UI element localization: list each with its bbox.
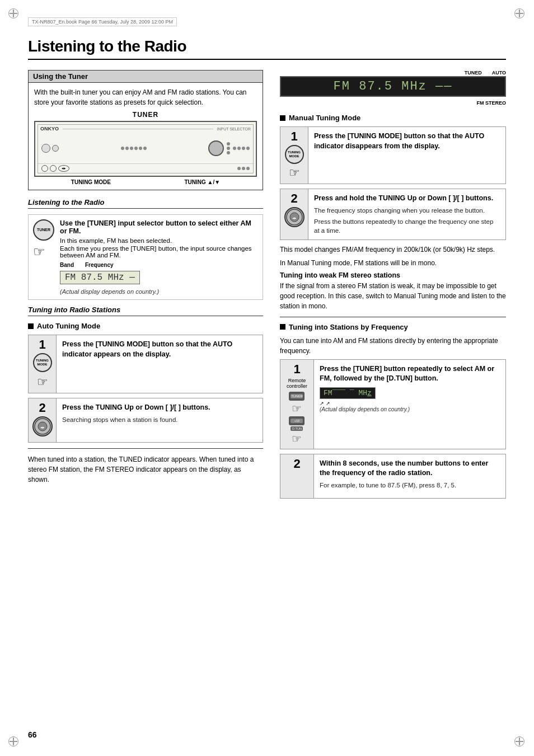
page-title: Listening to the Radio	[28, 37, 506, 60]
freq-step2-title: Within 8 seconds, use the number buttons…	[320, 459, 500, 478]
band-display-note: (Actual display depends on country.)	[60, 288, 258, 295]
using-tuner-title: Using the Tuner	[29, 71, 263, 83]
fm-band-display: FM 87.5 MHz —	[60, 271, 140, 284]
freq-display-arrows: ↗ ↗	[320, 401, 500, 406]
tuner-label: TUNER	[34, 111, 257, 119]
left-column: Using the Tuner With the built-in tuner …	[28, 70, 263, 503]
svg-text:◂▸: ◂▸	[292, 216, 297, 220]
using-tuner-body: With the built-in tuner you can enjoy AM…	[34, 87, 257, 107]
fm-stereo-label: FM STEREO	[476, 100, 506, 106]
auto-step2-body: Searching stops when a station is found.	[62, 415, 257, 424]
freq-label: Frequency	[85, 262, 114, 268]
manual-step2-icon: ◂▸	[284, 207, 305, 227]
step1-icon: TUNINGMODE ☞	[33, 353, 52, 389]
band-freq-labels: Band Frequency	[60, 262, 258, 268]
manual-step2-body1: The frequency stops changing when you re…	[314, 206, 500, 215]
manual-step2: 2 ◂▸ Press and hold	[280, 189, 506, 240]
tuning-mode-label: TUNING MODE	[71, 179, 111, 185]
manual-step2-title: Press and hold the TUNING Up or Down [ ]…	[314, 194, 500, 204]
freq-tuning-intro: You can tune into AM and FM stations dir…	[280, 336, 506, 356]
listening-radio-section: Listening to the Radio TUNER ☞ Use the […	[28, 198, 263, 300]
tuning-arrows-label: TUNING ▲/▼	[185, 179, 221, 185]
manual-step1-icon: TUNINGMODE ☞	[285, 145, 304, 180]
manual-step2-num: 2	[291, 192, 297, 205]
freq-step1-num: 1	[293, 363, 300, 375]
step2-num: 2	[39, 402, 45, 414]
listening-radio-heading: Listening to the Radio	[28, 198, 263, 209]
fm-main-display: FM 87.5 MHz ——	[280, 76, 506, 97]
auto-step1: 1 TUNINGMODE ☞ Press the [TUNING MODE] b…	[28, 335, 263, 393]
auto-step2: 2 ◂▸ Press the TUNIN	[28, 398, 263, 443]
tuning-stations-section: Tuning into Radio Stations Auto Tuning M…	[28, 306, 263, 485]
listening-detail2: Each time you press the [TUNER] button, …	[60, 245, 258, 259]
fm-display-area: TUNED AUTO FM 87.5 MHz —— FM STEREO	[280, 70, 506, 106]
auto-step1-title: Press the [TUNING MODE] button so that t…	[62, 340, 257, 359]
manual-info2: In Manual Tuning mode, FM stations will …	[280, 258, 506, 268]
freq-tuning-heading: Tuning into Stations by Frequency	[280, 323, 506, 331]
auto-label: AUTO	[492, 70, 506, 76]
weak-fm-body: If the signal from a stereo FM station i…	[280, 281, 506, 311]
after-tuned-text: When tuned into a station, the TUNED ind…	[28, 454, 263, 485]
tuning-stations-heading: Tuning into Radio Stations	[28, 306, 263, 316]
step1-num: 1	[39, 339, 45, 351]
step2-icon: ◂▸	[32, 416, 53, 436]
auto-mode-heading: Auto Tuning Mode	[28, 322, 263, 330]
right-column: TUNED AUTO FM 87.5 MHz —— FM STEREO Manu…	[280, 70, 506, 503]
manual-mode-heading: Manual Tuning Mode	[280, 114, 506, 122]
manual-info1: This model changes FM/AM frequency in 20…	[280, 245, 506, 255]
tuned-label: TUNED	[465, 70, 482, 76]
listening-detail1: In this example, FM has been selected.	[60, 237, 258, 244]
freq-step1-note: (Actual display depends on country.)	[320, 406, 500, 412]
finger-press-icon: ☞	[33, 244, 54, 260]
tuner-labels-row: TUNING MODE TUNING ▲/▼	[34, 179, 257, 185]
tuner-diagram: ONKYO INPUT SELECTOR	[34, 121, 257, 177]
freq-fm-display: FM‾‾‾ ‾ MHz	[320, 387, 376, 399]
svg-text:◂▸: ◂▸	[40, 425, 45, 429]
tuner-logo: ONKYO	[40, 126, 59, 132]
manual-step2-body2: Press the buttons repeatedly to change t…	[314, 217, 500, 235]
page-number: 66	[28, 730, 37, 739]
manual-step1-num: 1	[291, 130, 297, 143]
manual-step1: 1 TUNINGMODE ☞ Press the [TUNING MODE] b…	[280, 126, 506, 184]
freq-step1-icon: Remotecontroller TUNER ☞ +10 D.T	[287, 378, 307, 445]
freq-step1-title: Press the [TUNER] button repeatedly to s…	[320, 364, 500, 384]
using-tuner-section: Using the Tuner With the built-in tuner …	[28, 70, 263, 190]
file-info: TX-NR807_En.book Page 66 Tuesday, July 2…	[28, 17, 177, 26]
listening-step-text: Use the [TUNER] input selector button to…	[60, 219, 258, 235]
manual-step1-title: Press the [TUNING MODE] button so that t…	[314, 132, 500, 151]
freq-step2-body: For example, to tune to 87.5 (FM), press…	[320, 481, 500, 490]
manual-mode-section: Manual Tuning Mode 1 TUNINGMODE ☞	[280, 114, 506, 499]
freq-step2-num: 2	[293, 458, 300, 470]
freq-step2: 2 Within 8 seconds, use the number butto…	[280, 454, 506, 499]
auto-step2-title: Press the TUNING Up or Down [ ]/[ ] butt…	[62, 403, 257, 413]
freq-step1: 1 Remotecontroller TUNER ☞ +10	[280, 359, 506, 449]
band-label: Band	[60, 262, 74, 268]
weak-fm-heading: Tuning into weak FM stereo stations	[280, 271, 506, 279]
tuner-button-icon: TUNER ☞	[33, 219, 54, 295]
